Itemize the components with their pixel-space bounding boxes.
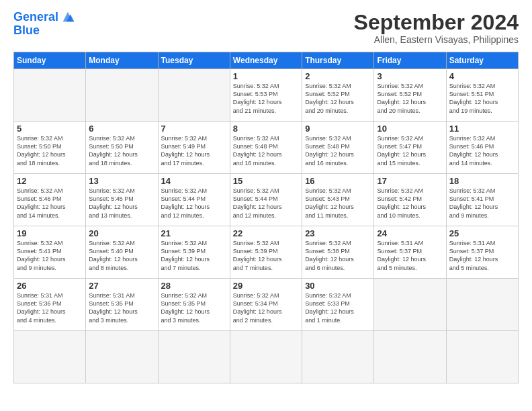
header-tuesday: Tuesday <box>158 52 230 69</box>
day-info: Sunrise: 5:32 AMSunset: 5:48 PMDaylight:… <box>305 134 371 167</box>
day-info: Sunrise: 5:31 AMSunset: 5:35 PMDaylight:… <box>89 291 154 324</box>
day-number: 25 <box>449 228 515 238</box>
day-number: 3 <box>377 71 443 81</box>
day-info: Sunrise: 5:32 AMSunset: 5:39 PMDaylight:… <box>161 239 227 272</box>
day-number: 1 <box>233 71 299 81</box>
day-number: 2 <box>305 71 371 81</box>
table-row: 24Sunrise: 5:31 AMSunset: 5:37 PMDayligh… <box>374 226 446 279</box>
table-row: 7Sunrise: 5:32 AMSunset: 5:49 PMDaylight… <box>158 122 230 174</box>
table-row: 13Sunrise: 5:32 AMSunset: 5:45 PMDayligh… <box>86 174 158 226</box>
day-info: Sunrise: 5:32 AMSunset: 5:38 PMDaylight:… <box>305 239 371 272</box>
day-info: Sunrise: 5:32 AMSunset: 5:33 PMDaylight:… <box>305 291 371 324</box>
day-number: 23 <box>305 228 371 238</box>
table-row: 29Sunrise: 5:32 AMSunset: 5:34 PMDayligh… <box>230 279 302 331</box>
table-row: 25Sunrise: 5:31 AMSunset: 5:37 PMDayligh… <box>446 226 518 279</box>
day-info: Sunrise: 5:32 AMSunset: 5:42 PMDaylight:… <box>377 187 443 220</box>
day-info: Sunrise: 5:32 AMSunset: 5:44 PMDaylight:… <box>161 187 227 220</box>
day-number: 17 <box>377 176 443 186</box>
day-info: Sunrise: 5:32 AMSunset: 5:46 PMDaylight:… <box>449 134 515 167</box>
month-title: September 2024 <box>354 11 519 34</box>
day-info: Sunrise: 5:32 AMSunset: 5:48 PMDaylight:… <box>233 134 299 167</box>
page: General Blue September 2024 Allen, Easte… <box>0 0 532 411</box>
day-info: Sunrise: 5:32 AMSunset: 5:45 PMDaylight:… <box>89 187 154 220</box>
header-wednesday: Wednesday <box>230 52 302 69</box>
day-info: Sunrise: 5:32 AMSunset: 5:44 PMDaylight:… <box>233 187 299 220</box>
day-number: 4 <box>449 71 515 81</box>
table-row: 20Sunrise: 5:32 AMSunset: 5:40 PMDayligh… <box>86 226 158 279</box>
day-number: 26 <box>17 281 83 291</box>
day-info: Sunrise: 5:32 AMSunset: 5:46 PMDaylight:… <box>17 187 83 220</box>
day-number: 22 <box>233 228 299 238</box>
table-row <box>446 331 518 383</box>
calendar-row: 19Sunrise: 5:32 AMSunset: 5:41 PMDayligh… <box>14 226 519 279</box>
day-info: Sunrise: 5:32 AMSunset: 5:53 PMDaylight:… <box>233 82 299 115</box>
calendar-row <box>14 331 519 383</box>
table-row: 4Sunrise: 5:32 AMSunset: 5:51 PMDaylight… <box>446 69 518 122</box>
day-number: 20 <box>89 228 154 238</box>
table-row: 23Sunrise: 5:32 AMSunset: 5:38 PMDayligh… <box>302 226 374 279</box>
day-info: Sunrise: 5:32 AMSunset: 5:40 PMDaylight:… <box>89 239 154 272</box>
day-number: 18 <box>449 176 515 186</box>
day-number: 6 <box>89 124 154 134</box>
day-number: 10 <box>377 124 443 134</box>
day-info: Sunrise: 5:32 AMSunset: 5:50 PMDaylight:… <box>89 134 154 167</box>
day-number: 28 <box>161 281 227 291</box>
day-number: 5 <box>17 124 83 134</box>
day-info: Sunrise: 5:32 AMSunset: 5:41 PMDaylight:… <box>17 239 83 272</box>
title-area: September 2024 Allen, Eastern Visayas, P… <box>354 11 519 45</box>
logo-text-line1: General <box>13 11 58 24</box>
header: General Blue September 2024 Allen, Easte… <box>13 11 519 45</box>
table-row: 5Sunrise: 5:32 AMSunset: 5:50 PMDaylight… <box>14 122 86 174</box>
calendar-header-row: Sunday Monday Tuesday Wednesday Thursday… <box>14 52 519 69</box>
day-info: Sunrise: 5:32 AMSunset: 5:39 PMDaylight:… <box>233 239 299 272</box>
table-row <box>302 331 374 383</box>
table-row: 8Sunrise: 5:32 AMSunset: 5:48 PMDaylight… <box>230 122 302 174</box>
day-info: Sunrise: 5:31 AMSunset: 5:36 PMDaylight:… <box>17 291 83 324</box>
table-row: 21Sunrise: 5:32 AMSunset: 5:39 PMDayligh… <box>158 226 230 279</box>
table-row: 14Sunrise: 5:32 AMSunset: 5:44 PMDayligh… <box>158 174 230 226</box>
table-row: 2Sunrise: 5:32 AMSunset: 5:52 PMDaylight… <box>302 69 374 122</box>
day-info: Sunrise: 5:32 AMSunset: 5:35 PMDaylight:… <box>161 291 227 324</box>
day-number: 16 <box>305 176 371 186</box>
day-number: 24 <box>377 228 443 238</box>
table-row: 9Sunrise: 5:32 AMSunset: 5:48 PMDaylight… <box>302 122 374 174</box>
table-row <box>14 69 86 122</box>
table-row: 6Sunrise: 5:32 AMSunset: 5:50 PMDaylight… <box>86 122 158 174</box>
day-number: 9 <box>305 124 371 134</box>
header-friday: Friday <box>374 52 446 69</box>
table-row: 3Sunrise: 5:32 AMSunset: 5:52 PMDaylight… <box>374 69 446 122</box>
day-number: 21 <box>161 228 227 238</box>
table-row <box>14 331 86 383</box>
day-number: 30 <box>305 281 371 291</box>
day-info: Sunrise: 5:32 AMSunset: 5:41 PMDaylight:… <box>449 187 515 220</box>
day-number: 13 <box>89 176 154 186</box>
day-info: Sunrise: 5:32 AMSunset: 5:52 PMDaylight:… <box>377 82 443 115</box>
table-row: 18Sunrise: 5:32 AMSunset: 5:41 PMDayligh… <box>446 174 518 226</box>
header-saturday: Saturday <box>446 52 518 69</box>
calendar-table: Sunday Monday Tuesday Wednesday Thursday… <box>13 52 519 383</box>
table-row: 1Sunrise: 5:32 AMSunset: 5:53 PMDaylight… <box>230 69 302 122</box>
day-number: 19 <box>17 228 83 238</box>
day-info: Sunrise: 5:31 AMSunset: 5:37 PMDaylight:… <box>449 239 515 272</box>
table-row: 26Sunrise: 5:31 AMSunset: 5:36 PMDayligh… <box>14 279 86 331</box>
table-row: 30Sunrise: 5:32 AMSunset: 5:33 PMDayligh… <box>302 279 374 331</box>
day-info: Sunrise: 5:32 AMSunset: 5:34 PMDaylight:… <box>233 291 299 324</box>
day-number: 27 <box>89 281 154 291</box>
header-sunday: Sunday <box>14 52 86 69</box>
logo: General Blue <box>13 11 75 38</box>
table-row <box>374 279 446 331</box>
calendar-row: 5Sunrise: 5:32 AMSunset: 5:50 PMDaylight… <box>14 122 519 174</box>
day-number: 15 <box>233 176 299 186</box>
day-number: 29 <box>233 281 299 291</box>
table-row <box>86 69 158 122</box>
table-row <box>446 279 518 331</box>
day-info: Sunrise: 5:31 AMSunset: 5:37 PMDaylight:… <box>377 239 443 272</box>
day-info: Sunrise: 5:32 AMSunset: 5:50 PMDaylight:… <box>17 134 83 167</box>
day-info: Sunrise: 5:32 AMSunset: 5:47 PMDaylight:… <box>377 134 443 167</box>
table-row: 16Sunrise: 5:32 AMSunset: 5:43 PMDayligh… <box>302 174 374 226</box>
table-row: 28Sunrise: 5:32 AMSunset: 5:35 PMDayligh… <box>158 279 230 331</box>
table-row: 11Sunrise: 5:32 AMSunset: 5:46 PMDayligh… <box>446 122 518 174</box>
table-row: 19Sunrise: 5:32 AMSunset: 5:41 PMDayligh… <box>14 226 86 279</box>
table-row: 10Sunrise: 5:32 AMSunset: 5:47 PMDayligh… <box>374 122 446 174</box>
calendar-row: 1Sunrise: 5:32 AMSunset: 5:53 PMDaylight… <box>14 69 519 122</box>
